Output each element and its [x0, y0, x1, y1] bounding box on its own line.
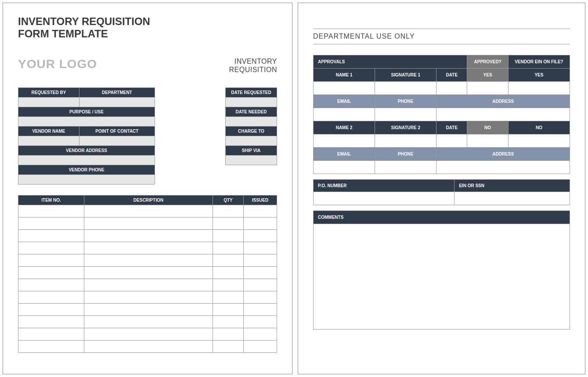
input-date-requested[interactable] — [226, 97, 277, 107]
table-cell[interactable] — [244, 315, 277, 328]
table-cell[interactable] — [244, 328, 277, 340]
table-cell[interactable] — [213, 242, 244, 254]
dates-block: DATE REQUESTED DATE NEEDED CHARGE TO SHI… — [225, 87, 277, 185]
dates-table: DATE REQUESTED DATE NEEDED CHARGE TO SHI… — [225, 87, 277, 165]
label-email-2: EMAIL — [314, 148, 375, 161]
input-approved-yes[interactable] — [467, 82, 508, 95]
table-cell[interactable] — [244, 242, 277, 254]
table-cell[interactable] — [213, 229, 244, 242]
table-cell[interactable] — [84, 242, 213, 254]
table-cell[interactable] — [18, 217, 84, 229]
input-phone-1[interactable] — [375, 108, 436, 121]
input-po-number[interactable] — [314, 192, 455, 205]
table-cell[interactable] — [213, 279, 244, 291]
table-cell[interactable] — [213, 303, 244, 315]
label-ein-no: NO — [508, 121, 570, 134]
table-cell[interactable] — [84, 303, 213, 315]
label-date-needed: DATE NEEDED — [226, 107, 277, 116]
label-vendor-name: VENDOR NAME — [18, 126, 79, 136]
label-point-of-contact: POINT OF CONTACT — [79, 126, 155, 136]
label-requested-by: REQUESTED BY — [18, 87, 79, 97]
input-date-1[interactable] — [436, 82, 467, 95]
input-phone-2[interactable] — [375, 161, 436, 174]
table-cell[interactable] — [213, 328, 244, 340]
input-ein-no[interactable] — [508, 134, 570, 148]
table-cell[interactable] — [18, 328, 84, 340]
table-cell[interactable] — [18, 266, 84, 279]
input-date-2[interactable] — [436, 134, 467, 148]
subtitle-line-1: INVENTORY — [234, 58, 277, 65]
label-date-requested: DATE REQUESTED — [226, 87, 277, 97]
table-cell[interactable] — [244, 254, 277, 266]
input-ein-yes[interactable] — [508, 82, 570, 95]
label-vendor-ein-on-file: VENDOR EIN ON FILE? — [508, 55, 570, 69]
table-cell[interactable] — [213, 291, 244, 303]
table-cell[interactable] — [18, 254, 84, 266]
table-cell[interactable] — [18, 340, 84, 352]
table-row — [18, 303, 277, 315]
table-cell[interactable] — [213, 217, 244, 229]
table-cell[interactable] — [213, 205, 244, 217]
table-cell[interactable] — [84, 217, 213, 229]
table-cell[interactable] — [244, 340, 277, 352]
input-name-1[interactable] — [314, 82, 375, 95]
input-signature-1[interactable] — [375, 82, 436, 95]
table-cell[interactable] — [84, 315, 213, 328]
label-address-1: ADDRESS — [436, 95, 570, 108]
input-approved-no[interactable] — [467, 134, 508, 148]
table-cell[interactable] — [84, 266, 213, 279]
input-vendor-name[interactable] — [18, 136, 79, 145]
input-purpose-use[interactable] — [18, 116, 155, 126]
table-cell[interactable] — [244, 291, 277, 303]
input-signature-2[interactable] — [375, 134, 436, 148]
table-cell[interactable] — [244, 229, 277, 242]
table-cell[interactable] — [213, 266, 244, 279]
table-cell[interactable] — [84, 340, 213, 352]
table-cell[interactable] — [18, 229, 84, 242]
table-cell[interactable] — [84, 205, 213, 217]
input-department[interactable] — [79, 97, 155, 107]
table-cell[interactable] — [244, 279, 277, 291]
table-cell[interactable] — [244, 303, 277, 315]
input-ship-via[interactable] — [226, 155, 277, 165]
table-row — [18, 340, 277, 352]
input-requested-by[interactable] — [18, 97, 79, 107]
input-point-of-contact[interactable] — [79, 136, 155, 145]
table-cell[interactable] — [84, 254, 213, 266]
input-name-2[interactable] — [314, 134, 375, 148]
table-cell[interactable] — [18, 205, 84, 217]
input-email-2[interactable] — [314, 161, 375, 174]
approvals-table: APPROVALS APPROVED? VENDOR EIN ON FILE? … — [313, 55, 570, 174]
table-cell[interactable] — [213, 254, 244, 266]
form-subtitle: INVENTORY REQUISITION — [229, 57, 277, 74]
input-address-1[interactable] — [436, 108, 570, 121]
subtitle-line-2: REQUISITION — [229, 66, 277, 73]
input-comments[interactable] — [313, 224, 570, 330]
table-cell[interactable] — [84, 229, 213, 242]
table-cell[interactable] — [244, 217, 277, 229]
input-email-1[interactable] — [314, 108, 375, 121]
label-signature-1: SIGNATURE 1 — [375, 69, 436, 82]
table-cell[interactable] — [244, 205, 277, 217]
table-cell[interactable] — [84, 279, 213, 291]
input-date-needed[interactable] — [226, 116, 277, 126]
label-signature-2: SIGNATURE 2 — [375, 121, 436, 134]
table-cell[interactable] — [18, 279, 84, 291]
input-vendor-address[interactable] — [18, 155, 155, 165]
table-cell[interactable] — [18, 291, 84, 303]
table-cell[interactable] — [84, 291, 213, 303]
input-vendor-phone[interactable] — [18, 174, 155, 184]
input-charge-to[interactable] — [226, 136, 277, 145]
items-table: ITEM NO. DESCRIPTION QTY ISSUED — [18, 195, 277, 353]
table-cell[interactable] — [244, 266, 277, 279]
table-cell[interactable] — [213, 340, 244, 352]
table-cell[interactable] — [84, 328, 213, 340]
label-vendor-phone: VENDOR PHONE — [18, 165, 155, 174]
label-approved-no: NO — [467, 121, 508, 134]
input-ein-or-ssn[interactable] — [455, 192, 570, 205]
table-cell[interactable] — [213, 315, 244, 328]
input-address-2[interactable] — [436, 161, 570, 174]
table-cell[interactable] — [18, 303, 84, 315]
table-cell[interactable] — [18, 315, 84, 328]
table-cell[interactable] — [18, 242, 84, 254]
